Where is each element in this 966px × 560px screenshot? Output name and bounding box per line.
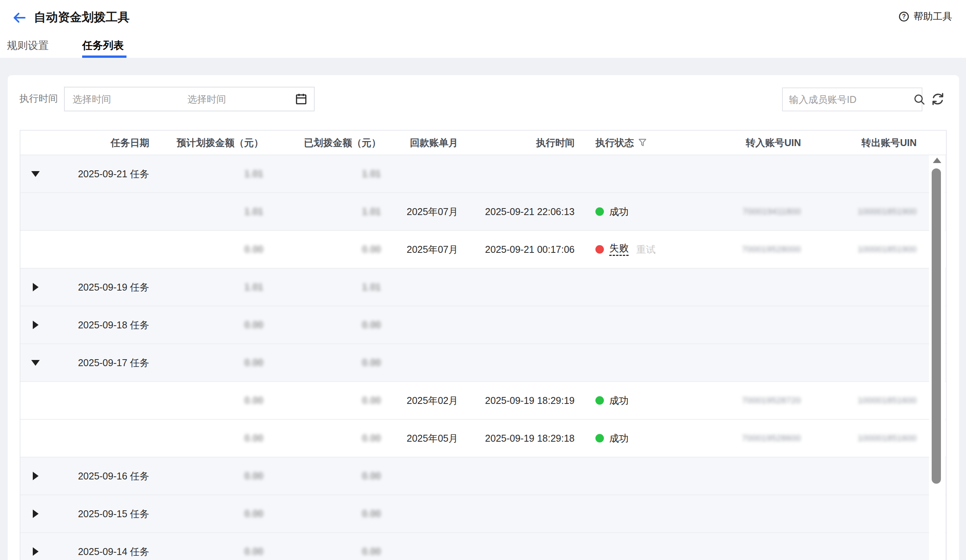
planned-amount-cell: 0.00 bbox=[153, 457, 267, 494]
scrollbar-thumb[interactable] bbox=[932, 168, 941, 484]
table-scrollbar[interactable] bbox=[929, 155, 945, 560]
exec-time-filter-label: 执行时间 bbox=[19, 92, 58, 105]
date-start-placeholder[interactable]: 选择时间 bbox=[65, 93, 180, 106]
redacted-uin: 700019528600 bbox=[742, 433, 801, 443]
uin-in-cell bbox=[703, 344, 803, 381]
redacted-amount: 1.01 bbox=[362, 282, 381, 293]
task-group-row: 2025-09-15 任务0.000.00 bbox=[20, 494, 946, 532]
planned-amount-cell: 1.01 bbox=[153, 193, 267, 230]
task-detail-row: 0.000.002025年05月2025-09-19 18:29:18成功700… bbox=[20, 419, 946, 457]
task-date-cell bbox=[63, 420, 153, 457]
date-range-picker[interactable]: 选择时间 选择时间 bbox=[64, 87, 315, 111]
exec-status-cell bbox=[578, 269, 703, 306]
back-button[interactable] bbox=[12, 10, 27, 25]
task-group-row: 2025-09-18 任务0.000.00 bbox=[20, 306, 946, 343]
task-date-label: 2025-09-21 任务 bbox=[78, 168, 149, 180]
planned-amount-cell: 0.00 bbox=[153, 420, 267, 457]
refresh-button[interactable] bbox=[930, 91, 946, 107]
uin-out-cell bbox=[803, 457, 931, 494]
help-tool-link[interactable]: ? 帮助工具 bbox=[898, 10, 952, 23]
planned-amount-cell: 0.00 bbox=[153, 231, 267, 268]
task-group-row: 2025-09-16 任务0.000.00 bbox=[20, 457, 946, 494]
expander-cell[interactable] bbox=[20, 457, 63, 494]
redacted-amount: 0.00 bbox=[244, 547, 263, 557]
redacted-uin: 100001851900 bbox=[858, 207, 917, 217]
exec-status-cell: 失败重试 bbox=[578, 231, 703, 268]
transferred-amount-cell: 0.00 bbox=[267, 533, 385, 560]
transferred-amount-cell: 0.00 bbox=[267, 231, 385, 268]
member-id-searchbox bbox=[782, 87, 922, 111]
expand-icon[interactable] bbox=[33, 321, 39, 329]
task-group-row: 2025-09-19 任务1.011.01 bbox=[20, 268, 946, 306]
collapse-icon[interactable] bbox=[31, 171, 40, 177]
redacted-uin: 700019528720 bbox=[742, 395, 801, 405]
column-header-8: 转出账号UIN bbox=[803, 131, 931, 155]
redacted-amount: 1.01 bbox=[244, 207, 263, 217]
expand-icon[interactable] bbox=[33, 510, 39, 518]
uin-out-cell bbox=[803, 344, 931, 381]
column-header-1: 任务日期 bbox=[63, 131, 153, 155]
expander-cell[interactable] bbox=[20, 155, 63, 192]
uin-in-cell bbox=[703, 457, 803, 494]
column-header-label: 已划拨金额（元） bbox=[304, 136, 381, 149]
exec-time-label: 2025-09-19 18:29:19 bbox=[485, 395, 575, 406]
task-date-cell: 2025-09-18 任务 bbox=[63, 306, 153, 343]
table-header-row: 任务日期预计划拨金额（元）已划拨金额（元）回款账单月执行时间执行状态转入账号UI… bbox=[20, 131, 946, 155]
status-label: 失败 bbox=[609, 243, 629, 256]
transferred-amount-cell: 1.01 bbox=[267, 193, 385, 230]
success-status-dot-icon bbox=[595, 396, 604, 405]
bill-month-cell bbox=[385, 269, 462, 306]
expander-cell[interactable] bbox=[20, 533, 63, 560]
bill-month-label: 2025年02月 bbox=[407, 394, 458, 407]
task-date-label: 2025-09-15 任务 bbox=[78, 508, 149, 520]
top-bar: 自动资金划拨工具 ? 帮助工具 规则设置 任务列表 bbox=[0, 0, 966, 58]
task-date-label: 2025-09-19 任务 bbox=[78, 281, 149, 294]
tab-task-list[interactable]: 任务列表 bbox=[82, 39, 124, 52]
date-end-placeholder[interactable]: 选择时间 bbox=[180, 93, 295, 106]
bill-month-cell: 2025年05月 bbox=[385, 420, 462, 457]
planned-amount-cell: 0.00 bbox=[153, 344, 267, 381]
success-status-dot-icon bbox=[595, 434, 604, 442]
expander-cell[interactable] bbox=[20, 269, 63, 306]
task-date-cell bbox=[63, 193, 153, 230]
search-input[interactable] bbox=[783, 94, 913, 105]
redacted-amount: 0.00 bbox=[362, 509, 381, 519]
task-group-row: 2025-09-17 任务0.000.00 bbox=[20, 343, 946, 381]
search-icon[interactable] bbox=[913, 93, 926, 106]
task-group-row: 2025-09-21 任务1.011.01 bbox=[20, 155, 946, 192]
exec-time-cell: 2025-09-19 18:29:18 bbox=[462, 420, 578, 457]
redacted-amount: 0.00 bbox=[362, 471, 381, 481]
exec-status-cell: 成功 bbox=[578, 382, 703, 419]
calendar-icon[interactable] bbox=[295, 92, 308, 106]
expand-icon[interactable] bbox=[33, 283, 39, 291]
filter-funnel-icon[interactable] bbox=[638, 138, 647, 147]
exec-status-cell bbox=[578, 457, 703, 494]
task-detail-row: 1.011.012025年07月2025-09-21 22:06:13成功700… bbox=[20, 192, 946, 230]
bill-month-cell bbox=[385, 344, 462, 381]
exec-time-label: 2025-09-19 18:29:18 bbox=[485, 433, 575, 444]
uin-in-cell bbox=[703, 269, 803, 306]
task-date-cell: 2025-09-16 任务 bbox=[63, 457, 153, 494]
column-header-6[interactable]: 执行状态 bbox=[578, 131, 703, 155]
column-header-label: 执行时间 bbox=[536, 136, 575, 149]
expand-icon[interactable] bbox=[33, 547, 39, 556]
column-header-7: 转入账号UIN bbox=[703, 131, 803, 155]
tab-rule-settings[interactable]: 规则设置 bbox=[7, 39, 49, 52]
expander-cell[interactable] bbox=[20, 495, 63, 532]
retry-button[interactable]: 重试 bbox=[636, 243, 656, 256]
scrollbar-up-arrow[interactable] bbox=[933, 158, 941, 163]
expand-icon[interactable] bbox=[33, 472, 39, 480]
expander-cell[interactable] bbox=[20, 306, 63, 343]
table-body: 2025-09-21 任务1.011.011.011.012025年07月202… bbox=[20, 155, 946, 560]
expander-cell[interactable] bbox=[20, 344, 63, 381]
uin-out-cell bbox=[803, 533, 931, 560]
exec-status-cell bbox=[578, 533, 703, 560]
collapse-icon[interactable] bbox=[31, 360, 40, 366]
task-date-cell bbox=[63, 231, 153, 268]
task-date-label: 2025-09-14 任务 bbox=[78, 545, 149, 558]
redacted-amount: 0.00 bbox=[244, 358, 263, 368]
column-header-5: 执行时间 bbox=[462, 131, 578, 155]
exec-status-cell: 成功 bbox=[578, 420, 703, 457]
planned-amount-cell: 0.00 bbox=[153, 306, 267, 343]
exec-time-cell bbox=[462, 533, 578, 560]
